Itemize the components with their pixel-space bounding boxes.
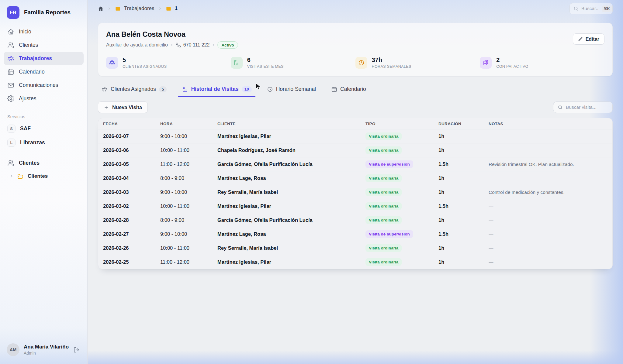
service-item[interactable]: S SAF [0,122,87,136]
visit-type-badge: Visita ordinaria [365,216,402,224]
folder-icon [166,6,171,12]
column-header: DURACIÓN [438,122,489,126]
column-header: NOTAS [489,122,607,126]
brand-logo: FR [7,6,19,19]
cell-client: Martínez Iglesias, Pilar [217,203,365,209]
edit-button-label: Editar [586,36,599,42]
sidebar-item[interactable]: Inicio [4,25,84,38]
column-header: FECHA [103,122,160,126]
tree-item-label: Clientes [28,173,48,179]
table-row[interactable]: 2026-03-05 11:00 - 12:00 García Gómez, O… [98,157,612,171]
tab-label: Clientes Asignados [111,86,156,92]
tab[interactable]: Calendario [327,84,370,97]
cell-time: 11:00 - 12:00 [160,161,217,167]
cell-time: 9:00 - 10:00 [160,133,217,139]
clients-tree-item[interactable]: Clientes [0,170,87,183]
visit-type-badge: Visita ordinaria [365,132,402,140]
table-row[interactable]: 2026-02-25 11:00 - 12:00 Martínez Iglesi… [98,255,612,269]
cell-duration: 1h [438,133,489,139]
stat-value: 2 [496,57,528,63]
table-row[interactable]: 2026-02-28 8:00 - 9:00 García Gómez, Ofe… [98,213,612,227]
cell-notes: — [489,134,607,139]
cell-notes: Control de medicación y constantes. [489,190,607,195]
service-initial-badge: L [7,139,16,147]
sidebar-item[interactable]: Ajustes [4,92,84,105]
stat-item: 6 VISITAS ESTE MES [231,57,355,69]
visit-type-badge: Visita de supervisión [365,230,413,238]
visit-type-badge: Visita ordinaria [365,258,402,266]
cell-date: 2026-02-28 [103,217,160,223]
global-search-input[interactable] [581,6,599,11]
search-icon [558,105,563,110]
cell-duration: 1h [438,175,489,181]
tab[interactable]: Clientes Asignados 5 [98,84,170,97]
cell-client: Martínez Iglesias, Pilar [217,133,365,139]
table-row[interactable]: 2026-03-02 10:00 - 11:00 Martínez Iglesi… [98,199,612,213]
cell-notes: — [489,246,607,251]
breadcrumb-item[interactable]: Trabajadores [107,5,154,12]
table-row[interactable]: 2026-03-03 9:00 - 10:00 Rey Serralle, Ma… [98,185,612,199]
cell-date: 2026-03-07 [103,133,160,139]
stat-label: VISITAS ESTE MES [247,64,284,69]
stat-label: HORAS SEMANALES [372,64,411,69]
table-row[interactable]: 2026-02-27 9:00 - 10:00 Martínez Lage, R… [98,227,612,241]
stat-label: CON PAI ACTIVO [496,64,528,69]
column-header: CLIENTE [217,122,365,126]
cell-notes: Revisión trimestral OK. Plan actualizado… [489,162,607,167]
services-list: S SAF L Libranzas [0,122,87,149]
global-search[interactable]: ⌘K [569,3,613,14]
cell-duration: 1h [438,245,489,251]
home-icon[interactable] [98,6,104,12]
stat-label: CLIENTES ASIGNADOS [123,64,167,69]
visit-type-badge: Visita ordinaria [365,174,402,182]
cell-notes: — [489,148,607,153]
sidebar-item-label: Clientes [19,42,38,48]
cell-time: 8:00 - 9:00 [160,175,217,181]
clients-group-header[interactable]: Clientes [0,156,87,170]
calendar-icon [7,68,14,75]
avatar: AM [7,343,19,356]
table-row[interactable]: 2026-03-04 8:00 - 9:00 Martínez Lage, Ro… [98,171,612,185]
service-item[interactable]: L Libranzas [0,136,87,149]
breadcrumb-item[interactable]: 1 [158,5,178,12]
table-row[interactable]: 2026-03-06 10:00 - 11:00 Chapela Rodrígu… [98,143,612,157]
edit-button[interactable]: Editar [573,33,604,45]
plus-icon [104,105,109,110]
sidebar-user: AM Ana María Vilariño Admin [0,337,87,364]
tab-label: Calendario [340,86,366,92]
cell-notes: — [489,176,607,181]
visit-search[interactable] [553,101,613,113]
dot-separator [171,44,172,46]
stat-item: 5 CLIENTES ASIGNADOS [106,57,231,69]
home-icon [7,28,14,35]
page-title: Ana Belén Costa Novoa [106,30,238,39]
cell-duration: 1h [438,259,489,265]
sidebar-item[interactable]: Comunicaciones [4,78,84,92]
main-area: Trabajadores 1 ⌘K Ana Belén Costa Novoa [88,0,623,269]
sidebar-item[interactable]: Trabajadores [4,52,84,65]
table-row[interactable]: 2026-02-26 10:00 - 11:00 Rey Serralle, M… [98,241,612,255]
tab-label: Horario Semanal [276,86,316,92]
stat-value: 6 [247,57,284,63]
clients-block: Clientes Clientes [0,156,87,183]
sidebar-item[interactable]: Calendario [4,65,84,78]
new-visit-button[interactable]: Nueva Visita [98,101,148,113]
logout-icon[interactable] [73,346,80,353]
tab[interactable]: Historial de Visitas 10 [178,84,255,97]
visit-search-input[interactable] [566,105,605,110]
tab-bar: Clientes Asignados 5 Historial de Visita… [98,84,613,97]
table-row[interactable]: 2026-03-07 9:00 - 10:00 Martínez Iglesia… [98,129,612,143]
stat-value: 37h [372,57,411,63]
cell-time: 10:00 - 11:00 [160,147,217,153]
tab-count-badge: 5 [159,86,167,92]
shortcut-badge: ⌘K [602,5,612,12]
sidebar-item[interactable]: Clientes [4,38,84,52]
tab[interactable]: Horario Semanal [263,84,320,97]
cell-date: 2026-02-26 [103,245,160,251]
stat-item: 2 CON PAI ACTIVO [480,57,604,69]
cell-notes: — [489,218,607,223]
visit-type-badge: Visita ordinaria [365,244,402,252]
service-label: SAF [20,125,31,132]
search-icon [573,6,579,11]
pencil-icon [578,37,583,42]
